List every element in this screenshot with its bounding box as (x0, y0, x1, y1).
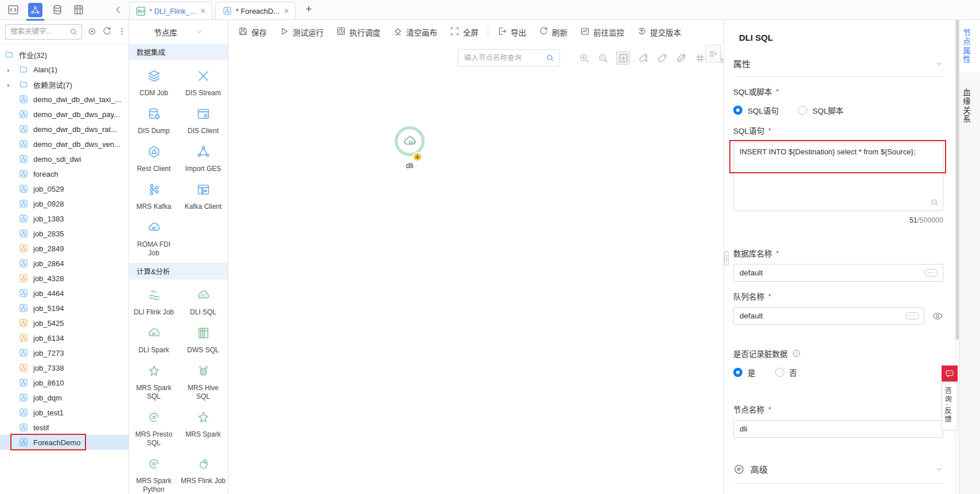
select-queue-button[interactable]: ··· (905, 312, 919, 320)
radio-dirty-no-label[interactable]: 否 (790, 367, 798, 378)
tree-item[interactable]: job_dqm (0, 390, 129, 405)
expand-editor-icon[interactable] (930, 198, 939, 207)
tree-folder[interactable]: Alan(1) (0, 62, 129, 77)
tree-item[interactable]: job_4464 (0, 286, 129, 301)
document-tab[interactable]: * ForeachD...✕ (215, 2, 296, 20)
refresh-tree-icon[interactable] (102, 26, 112, 37)
database-name-input[interactable] (733, 264, 943, 282)
radio-sql-script[interactable] (798, 106, 807, 115)
radio-dirty-yes-label[interactable]: 是 (748, 367, 756, 378)
tree-search-input[interactable] (10, 28, 69, 36)
queue-name-input[interactable] (733, 307, 924, 325)
scrollbar-thumb[interactable] (956, 20, 959, 340)
tree-item[interactable]: job_2864 (0, 256, 129, 271)
advanced-section-header[interactable]: 高级 (733, 463, 943, 484)
tree-folder[interactable]: 依赖测试(7) (0, 77, 129, 92)
tree-item[interactable]: testif (0, 420, 129, 435)
node-name-input[interactable] (733, 420, 943, 438)
select-database-button[interactable]: ··· (924, 269, 938, 277)
tag-off-icon[interactable] (675, 52, 687, 64)
search-icon[interactable] (69, 28, 78, 36)
chevron-down-icon[interactable] (935, 60, 943, 68)
tree-item[interactable]: demo_dwr_db_dws_rat... (0, 122, 129, 137)
tag-icon[interactable] (656, 52, 668, 64)
node-library-item[interactable]: Import GES (178, 137, 228, 175)
grid-icon[interactable] (694, 52, 706, 64)
tree-item[interactable]: job_4328 (0, 271, 129, 286)
tree-item[interactable]: job_2835 (0, 226, 129, 241)
node-library-header[interactable]: 节点库 (129, 20, 228, 44)
tree-item[interactable]: foreach (0, 166, 129, 181)
tree-item[interactable]: job_0928 (0, 196, 129, 211)
tree-item[interactable]: demo_dwi_db_dwi_taxi_... (0, 92, 129, 107)
search-icon[interactable] (546, 53, 555, 63)
tree-item[interactable]: job_7338 (0, 360, 129, 375)
clear-canvas-button[interactable]: 清空画布 (387, 26, 444, 38)
dli-node[interactable]: DLI + dli (394, 126, 426, 170)
node-library-item[interactable]: DLIDLI Flink Job (129, 281, 178, 318)
feedback-button[interactable] (942, 365, 958, 382)
node-library-item[interactable]: MRS Presto SQL (129, 403, 178, 449)
fullscreen-button[interactable]: 全屏 (444, 26, 485, 38)
node-library-item[interactable]: DWS SQL (178, 318, 228, 356)
tree-item[interactable]: ForeachDemo (0, 435, 129, 450)
new-tab-button[interactable]: + (298, 3, 318, 17)
radio-dirty-no[interactable] (775, 368, 784, 377)
tree-folder[interactable]: 作业(32) (0, 47, 129, 62)
test-run-button[interactable]: 测试运行 (273, 26, 330, 38)
tree-item[interactable]: job_2849 (0, 241, 129, 256)
radio-sql-script-label[interactable]: SQL脚本 (812, 104, 843, 116)
node-library-item[interactable]: DIS Stream (178, 61, 228, 99)
locate-icon[interactable] (87, 26, 97, 37)
radio-sql-statement-label[interactable]: SQL语句 (748, 104, 779, 116)
node-library-item[interactable]: DLIDLI SQL (178, 281, 228, 318)
job-canvas-icon[interactable] (28, 3, 42, 17)
node-library-item[interactable]: MRS Flink Job (178, 449, 228, 494)
tree-item[interactable]: job_1383 (0, 211, 129, 226)
tab-lineage[interactable]: 血缘关系 (960, 80, 980, 133)
tree-item[interactable]: job_test1 (0, 405, 129, 420)
chevron-down-icon[interactable] (935, 465, 943, 473)
more-icon[interactable] (117, 26, 127, 37)
tag-add-icon[interactable] (637, 52, 649, 64)
resources-icon[interactable] (72, 3, 85, 16)
tree-item[interactable]: demo_dwr_db_dws_pay... (0, 107, 129, 122)
tree-search-box[interactable] (5, 24, 82, 40)
node-library-item[interactable]: DIS Dump (129, 99, 178, 137)
help-icon[interactable]: ? (792, 349, 801, 358)
close-tab-icon[interactable]: ✕ (283, 7, 289, 15)
radio-dirty-yes[interactable] (733, 368, 742, 377)
node-library-item[interactable]: CDM Job (129, 61, 178, 99)
properties-section-header[interactable]: 属性 (733, 57, 943, 77)
add-connection-badge[interactable]: + (413, 152, 422, 162)
tree-item[interactable]: job_5194 (0, 301, 129, 316)
data-management-icon[interactable] (51, 3, 64, 16)
expand-arrow-icon[interactable] (6, 67, 11, 72)
submit-version-button[interactable]: 提交版本 (631, 26, 687, 38)
tree-item[interactable]: job_6134 (0, 330, 129, 345)
node-search-input[interactable] (464, 54, 546, 62)
go-monitor-button[interactable]: 前往监控 (574, 26, 631, 38)
close-tab-icon[interactable]: ✕ (200, 7, 206, 15)
collapse-rail-icon[interactable] (112, 3, 125, 16)
node-library-item[interactable]: DLI Spark (129, 318, 178, 356)
eye-icon[interactable] (932, 310, 943, 322)
node-library-item[interactable]: MRS Spark SQL (129, 356, 178, 403)
node-library-item[interactable]: DIS Client (178, 99, 228, 137)
tree-item[interactable]: job_0529 (0, 181, 129, 196)
tree-item[interactable]: demo_sdi_dwi (0, 151, 129, 166)
zoom-in-icon[interactable] (578, 52, 590, 64)
collapse-properties-button[interactable] (705, 45, 721, 63)
tree-item[interactable]: job_7273 (0, 345, 129, 360)
document-tab[interactable]: DLI* DLI_Flink_...✕ (129, 2, 212, 20)
node-library-item[interactable]: Kafka Client (178, 175, 228, 213)
node-library-item[interactable]: ROMA FDI Job (129, 213, 178, 259)
fit-view-icon[interactable] (616, 51, 630, 65)
sql-statement-textarea[interactable]: INSERT INTO ${Destination} select * from… (733, 142, 943, 211)
export-button[interactable]: 导出 (491, 26, 532, 38)
dli-node-circle[interactable]: DLI + (395, 126, 425, 156)
node-library-item[interactable]: Rest Client (129, 137, 178, 175)
radio-sql-statement[interactable] (733, 106, 742, 115)
node-library-item[interactable]: MRS Kafka (129, 175, 178, 213)
feedback-label[interactable]: 咨询·反馈 (942, 382, 958, 430)
